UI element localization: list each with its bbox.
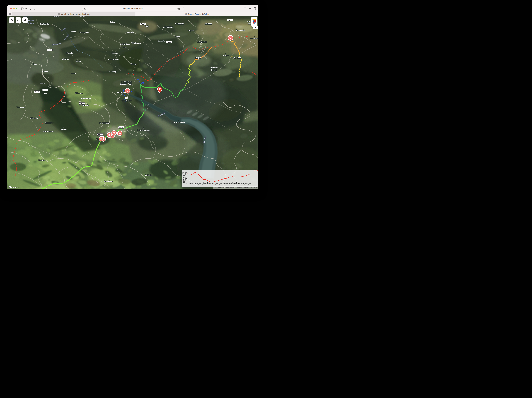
svg-text:Estela: Estela — [110, 21, 115, 23]
svg-text:Cela: Cela — [43, 93, 47, 94]
svg-text:AS CRUCES: AS CRUCES — [99, 122, 109, 124]
svg-text:A Muroca: A Muroca — [75, 92, 83, 94]
svg-text:A Paicega: A Paicega — [109, 71, 117, 73]
svg-text:Elrías: Elrías — [80, 16, 85, 17]
svg-text:AS-12: AS-12 — [98, 134, 102, 135]
svg-text:Serán: Serán — [76, 60, 81, 62]
svg-text:A: A — [178, 8, 178, 9]
svg-text:AS-12: AS-12 — [44, 89, 47, 91]
svg-text:AS-12: AS-12 — [80, 103, 84, 104]
svg-text:Bojo: Bojo — [145, 25, 149, 27]
svg-text:12,000: 12,000 — [209, 183, 214, 185]
svg-text:Buspol: Buspol — [223, 55, 228, 56]
svg-text:Baldedo: Baldedo — [205, 23, 212, 25]
svg-text:Tamagordas: Tamagordas — [79, 31, 89, 33]
svg-text:Ema: Ema — [123, 46, 127, 48]
svg-text:8,000: 8,000 — [202, 183, 205, 185]
svg-text:Vallinas: Vallinas — [111, 52, 118, 54]
svg-text:1,100: 1,100 — [182, 172, 186, 173]
svg-text:Cernías: Cernías — [70, 31, 76, 33]
svg-text:Bornela: Bornela — [61, 129, 67, 130]
svg-text:Buspol: Buspol — [211, 69, 217, 71]
svg-text:22,000: 22,000 — [230, 183, 235, 185]
svg-text:文: 文 — [179, 8, 180, 9]
svg-text:Santo Millano: Santo Millano — [108, 59, 119, 61]
svg-text:Vilabriye: Vilabriye — [62, 58, 69, 60]
svg-text:Buspol: Buspol — [195, 57, 201, 59]
svg-text:AS-14: AS-14 — [119, 127, 123, 128]
svg-text:Sarzol: Sarzol — [54, 16, 59, 17]
svg-text:16,000: 16,000 — [218, 183, 222, 185]
svg-text:Robledo: Robledo — [145, 174, 152, 176]
svg-text:Coto de Grandas: Coto de Grandas — [137, 129, 150, 131]
svg-text:Francos: Francos — [42, 71, 48, 73]
svg-text:18,000: 18,000 — [222, 183, 227, 185]
svg-text:Teijedo: Teijedo — [188, 30, 194, 31]
svg-text:Corondeño: Corondeño — [175, 23, 184, 25]
svg-text:Buslavín: Buslavín — [158, 40, 165, 42]
svg-text:Vilarmarzo: Vilarmarzo — [17, 106, 25, 108]
svg-text:24,000: 24,000 — [234, 183, 239, 185]
svg-text:Escanlares: Escanlares — [104, 180, 113, 182]
svg-text:La Quintana: La Quintana — [120, 43, 130, 45]
svg-text:A Ronda: A Ronda — [82, 104, 89, 106]
svg-text:Trapa: Trapa — [176, 36, 180, 38]
svg-text:30,000: 30,000 — [247, 183, 251, 185]
svg-text:Argul: Argul — [33, 63, 37, 65]
svg-text:de Doiras: de Doiras — [28, 22, 34, 24]
svg-text:Murias: Murias — [131, 63, 136, 65]
svg-text:Pesoz: Pesoz — [40, 82, 45, 84]
svg-text:14,000: 14,000 — [214, 183, 218, 185]
svg-text:Cabanela: Cabanela — [30, 117, 38, 119]
svg-text:AS-14: AS-14 — [167, 41, 171, 43]
svg-text:ALL-4: ALL-4 — [141, 23, 145, 25]
svg-text:La Mesa: La Mesa — [234, 57, 241, 59]
svg-text:6,000: 6,000 — [197, 183, 201, 185]
svg-text:Pelorde: Pelorde — [67, 52, 73, 54]
svg-text:Santesteba: Santesteba — [40, 23, 49, 25]
svg-text:AS-11: AS-11 — [35, 91, 39, 93]
svg-text:Berducedo: Berducedo — [236, 29, 245, 31]
svg-text:El Campín de: El Campín de — [121, 81, 132, 83]
svg-text:AS-14: AS-14 — [228, 19, 232, 21]
svg-text:10,000: 10,000 — [205, 183, 210, 185]
svg-text:28,000: 28,000 — [242, 183, 247, 185]
svg-text:Las Grandas: Las Grandas — [121, 100, 131, 102]
svg-text:0: 0 — [186, 183, 187, 185]
svg-text:2,000: 2,000 — [189, 183, 193, 185]
svg-text:EL: EL — [96, 138, 99, 140]
svg-text:La Figuerina: La Figuerina — [197, 41, 207, 43]
svg-text:Villadecabo: Villadecabo — [131, 42, 141, 44]
svg-text:Embalse: Embalse — [28, 20, 34, 22]
svg-text:26,000: 26,000 — [238, 183, 243, 185]
svg-text:Ponte de Salime: Ponte de Salime — [172, 121, 185, 123]
svg-text:20,000: 20,000 — [226, 183, 230, 185]
svg-text:4,000: 4,000 — [193, 183, 197, 185]
svg-text:Sanzo: Sanzo — [71, 73, 76, 75]
svg-text:Vilabolle: Vilabolle — [38, 160, 45, 161]
svg-text:Busmayor: Busmayor — [45, 122, 53, 124]
svg-text:El Vilar de: El Vilar de — [210, 67, 218, 69]
svg-text:La Grandera: La Grandera — [163, 26, 173, 28]
svg-text:Vistalegre: Vistalegre — [117, 92, 125, 93]
svg-text:Segundo Plano: Segundo Plano — [120, 83, 132, 85]
svg-text:Beveraso: Beveraso — [127, 32, 134, 34]
svg-text:Santa María: Santa María — [81, 98, 91, 100]
svg-text:Carballofalso: Carballofalso — [43, 131, 54, 132]
svg-text:AS-12: AS-12 — [48, 49, 51, 50]
svg-text:Peña Bernaz: Peña Bernaz — [250, 38, 259, 39]
